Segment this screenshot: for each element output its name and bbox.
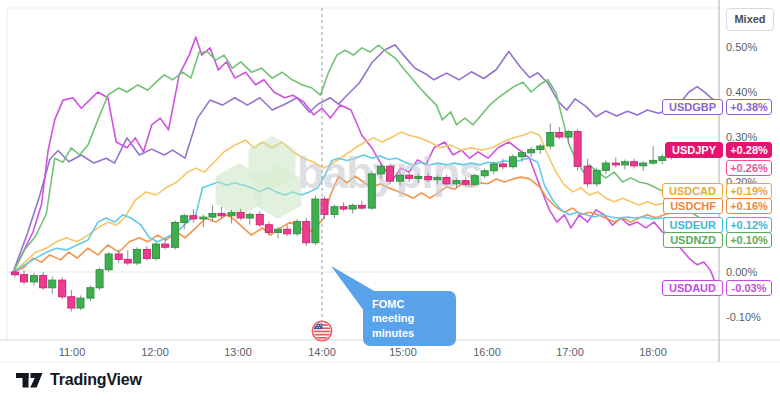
y-axis-tick: -0.10%	[726, 310, 778, 324]
candle-body	[425, 177, 432, 180]
x-axis-tick: 12:00	[130, 346, 180, 358]
x-axis-tick: 18:00	[628, 346, 678, 358]
x-axis-tick: 16:00	[462, 346, 512, 358]
series-label-usdjpy-line[interactable]: +0.26%	[0, 160, 780, 176]
event-callout[interactable]: FOMC meeting minutes	[363, 291, 456, 346]
candle-body	[11, 272, 18, 275]
value-tag: -0.03%	[726, 280, 772, 296]
candle-body	[397, 175, 404, 181]
series-label-usdcad[interactable]: USDCAD +0.19%	[0, 183, 780, 199]
series-label-usdchf[interactable]: USDCHF +0.16%	[0, 198, 780, 214]
ticker-tag: USDNZD	[663, 232, 723, 248]
candle-body	[124, 259, 131, 263]
value-tag: +0.10%	[726, 232, 772, 248]
ticker-tag: USDGBP	[662, 99, 723, 115]
value-tag: +0.12%	[726, 217, 772, 233]
y-axis-tick: 0.40%	[726, 85, 778, 99]
ticker-tag: USDAUD	[662, 280, 723, 296]
x-axis-tick: 11:00	[47, 346, 97, 358]
candle-body	[143, 250, 150, 259]
candle-body	[556, 133, 563, 138]
us-flag-icon[interactable]	[310, 319, 334, 343]
value-tag: +0.26%	[726, 160, 772, 176]
tradingview-logo-text: TradingView	[50, 371, 142, 389]
chart-window: babypips 0.50% 0.40% 0.30% 0.20% 0.10% 0…	[0, 0, 780, 414]
candle-body	[133, 250, 140, 264]
series-label-usdeur[interactable]: USDEUR +0.12%	[0, 217, 780, 233]
series-label-usdnzd[interactable]: USDNZD +0.10%	[0, 232, 780, 248]
ticker-tag: USDJPY	[665, 142, 723, 158]
candle-body	[565, 132, 572, 137]
ticker-tag: USDCHF	[663, 198, 723, 214]
candle-body	[115, 254, 122, 259]
value-tag: +0.19%	[726, 183, 772, 199]
ticker-tag: USDEUR	[663, 217, 723, 233]
x-axis-tick: 13:00	[213, 346, 263, 358]
candle-body	[415, 177, 422, 179]
candle-body	[68, 297, 75, 308]
candle-body	[434, 178, 441, 180]
x-axis-tick: 14:00	[297, 346, 347, 358]
value-tag: +0.38%	[726, 99, 772, 115]
series-label-usdjpy[interactable]: USDJPY +0.28%	[0, 142, 780, 158]
x-axis-tick: 17:00	[545, 346, 595, 358]
tradingview-logo-icon	[16, 373, 43, 388]
tradingview-logo[interactable]: TradingView	[16, 371, 142, 389]
x-axis-tick: 15:00	[378, 346, 428, 358]
candle-body	[105, 254, 112, 270]
ticker-tag: USDCAD	[662, 183, 723, 199]
value-tag: +0.28%	[726, 142, 772, 158]
value-tag: +0.16%	[726, 198, 772, 214]
trend-status-badge[interactable]: Mixed	[726, 8, 774, 31]
y-axis-tick: 0.00%	[726, 265, 778, 279]
series-label-usdgbp[interactable]: USDGBP +0.38%	[0, 99, 780, 115]
candle-body	[77, 298, 84, 308]
y-axis-tick: 0.50%	[726, 40, 778, 54]
